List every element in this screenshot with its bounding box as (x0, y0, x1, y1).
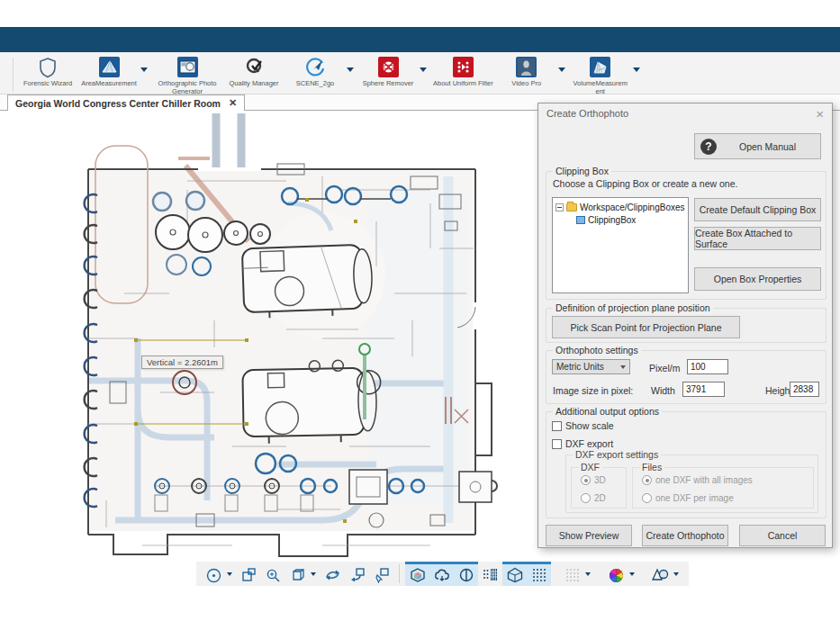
open-box-properties-button[interactable]: Open Box Properties (694, 267, 821, 291)
units-dropdown[interactable]: Metric Units (552, 359, 630, 374)
pick-scan-point-button[interactable]: Pick Scan Point for Projection Plane (552, 316, 740, 338)
create-box-attached-button[interactable]: Create Box Attached to Surface (694, 227, 821, 250)
input-value: 2838 (793, 384, 813, 394)
toolbar-item-video-pro[interactable]: Video Pro (499, 56, 555, 88)
toolbar-group-divider (13, 58, 14, 92)
color-scheme-button[interactable] (604, 562, 628, 586)
view-mode-button[interactable] (202, 562, 226, 586)
contrast-circle-icon (459, 568, 474, 582)
units-dropdown-value: Metric Units (556, 362, 620, 372)
toolbar-item-quality-manager[interactable]: Quality Manager (226, 56, 282, 88)
uniform-filter-icon (452, 56, 474, 78)
height-input[interactable]: 2838 (790, 382, 819, 397)
create-default-clipping-box-button[interactable]: Create Default Clipping Box (694, 198, 821, 221)
group-label: DXF (578, 462, 602, 472)
toolbar-spacer (639, 562, 648, 586)
clip-shapes-button[interactable] (648, 562, 673, 586)
point-grid-button[interactable] (527, 562, 551, 586)
toolbar-item-forensic-wizard[interactable]: Forensic Wizard (20, 56, 76, 88)
radio-icon[interactable] (581, 493, 591, 503)
chevron-down-icon[interactable] (673, 572, 679, 576)
chevron-down-icon[interactable] (140, 68, 148, 72)
chevron-down-icon[interactable] (629, 572, 635, 576)
color-wheel-icon (609, 568, 624, 583)
bounding-cube-button[interactable] (502, 562, 527, 586)
clip-shapes-icon (652, 568, 669, 582)
zoom-button[interactable] (261, 562, 285, 586)
one-dxf-per-image-radio[interactable]: one DXF per image (642, 493, 734, 503)
point-density-button[interactable] (560, 562, 584, 586)
radio-icon[interactable] (642, 475, 652, 485)
button-label: Open Box Properties (714, 274, 801, 284)
width-label: Width (651, 385, 675, 396)
toolbar-item-label: About Uniform Filter (433, 80, 493, 88)
toolbar-item-volume-measurement[interactable]: VolumeMeasurement (572, 56, 629, 95)
clipping-box-description: Choose a Clipping Box or create a new on… (553, 178, 737, 189)
view-toolbar (196, 562, 689, 586)
chevron-down-icon[interactable] (347, 68, 354, 72)
show-scale-checkbox[interactable]: Show scale (552, 420, 614, 431)
radio-icon[interactable] (581, 475, 591, 485)
width-input[interactable]: 3791 (682, 382, 725, 397)
chevron-down-icon (620, 365, 626, 369)
group-label: DXF export settings (573, 449, 661, 460)
area-measure-icon (98, 56, 121, 78)
point-cloud-button[interactable] (429, 562, 454, 586)
radio-icon[interactable] (642, 493, 652, 503)
tree-item-workspace[interactable]: Workspace/ClippingBoxes (555, 201, 686, 213)
input-value: 100 (691, 362, 706, 372)
dxf-2d-radio[interactable]: 2D (581, 493, 606, 503)
checkbox-icon[interactable] (552, 421, 562, 431)
close-icon[interactable]: × (816, 107, 824, 121)
toolbar-item-scene2go[interactable]: SCENE_2go (287, 56, 343, 88)
one-dxf-all-images-radio[interactable]: one DXF with all images (642, 475, 753, 485)
dxf-export-checkbox[interactable]: DXF export (552, 438, 613, 449)
toolbar-item-about-uniform-filter[interactable]: About Uniform Filter (433, 56, 493, 88)
show-preview-button[interactable]: Show Preview (546, 525, 632, 546)
checkbox-icon[interactable] (552, 439, 562, 449)
chevron-down-icon[interactable] (227, 572, 232, 576)
chevron-down-icon[interactable] (585, 572, 591, 576)
chevron-down-icon[interactable] (633, 68, 640, 72)
tree-item-label: Workspace/ClippingBoxes (580, 202, 685, 212)
chevron-down-icon[interactable] (558, 68, 565, 72)
toolbar-spacer (595, 562, 604, 586)
open-manual-button[interactable]: ? Open Manual (694, 133, 821, 159)
tree-collapse-icon[interactable] (555, 203, 564, 212)
toolbar-item-area-measurement[interactable]: AreaMeasurement (81, 56, 137, 88)
tree-item-clippingbox[interactable]: ClippingBox (555, 213, 686, 226)
camera-pick-icon (374, 567, 390, 583)
button-label: Cancel (768, 530, 798, 541)
pick-camera-button[interactable] (369, 562, 393, 586)
toolbar-item-sphere-remover[interactable]: Sphere Remover (360, 56, 416, 88)
contrast-button[interactable] (454, 562, 478, 586)
help-icon: ? (700, 139, 717, 155)
cube-view-button[interactable] (285, 562, 310, 586)
chevron-down-icon[interactable] (311, 572, 316, 576)
checkbox-label: Show scale (565, 420, 614, 431)
image-size-label: Image size in pixel: (553, 385, 633, 396)
clipping-box-tree[interactable]: Workspace/ClippingBoxes ClippingBox (552, 197, 689, 293)
tab-chiller-room[interactable]: Georgia World Congress Center Chiller Ro… (7, 94, 245, 111)
reset-camera-button[interactable] (345, 562, 369, 586)
orbit-button[interactable] (321, 562, 345, 586)
toolbar-item-label: Forensic Wizard (23, 80, 72, 88)
dxf-3d-radio[interactable]: 3D (581, 475, 606, 485)
open-manual-label: Open Manual (720, 141, 815, 152)
pixel-per-m-input[interactable]: 100 (687, 359, 728, 374)
button-label: Create Orthophoto (646, 530, 725, 541)
group-label: Orthophoto settings (553, 345, 641, 356)
folder-icon (566, 203, 577, 212)
create-orthophoto-button[interactable]: Create Orthophoto (642, 525, 728, 546)
color-view-button[interactable] (405, 562, 429, 586)
toolbar-item-label: Sphere Remover (363, 80, 414, 88)
chevron-down-icon[interactable] (420, 68, 427, 72)
orbit-arrows-icon (324, 569, 341, 581)
toolbar-item-orthographic-photo-generator[interactable]: Orthographic Photo Generator (154, 56, 221, 95)
scan-wall-button[interactable] (478, 562, 502, 586)
tab-close-icon[interactable]: ✕ (229, 97, 237, 109)
cancel-button[interactable]: Cancel (739, 525, 826, 546)
dialog-title-bar[interactable]: Create Orthophoto × (538, 104, 832, 123)
pan-view-button[interactable] (237, 562, 261, 586)
apps-toolbar: Forensic Wizard AreaMeasurement Orthogra… (0, 52, 840, 94)
